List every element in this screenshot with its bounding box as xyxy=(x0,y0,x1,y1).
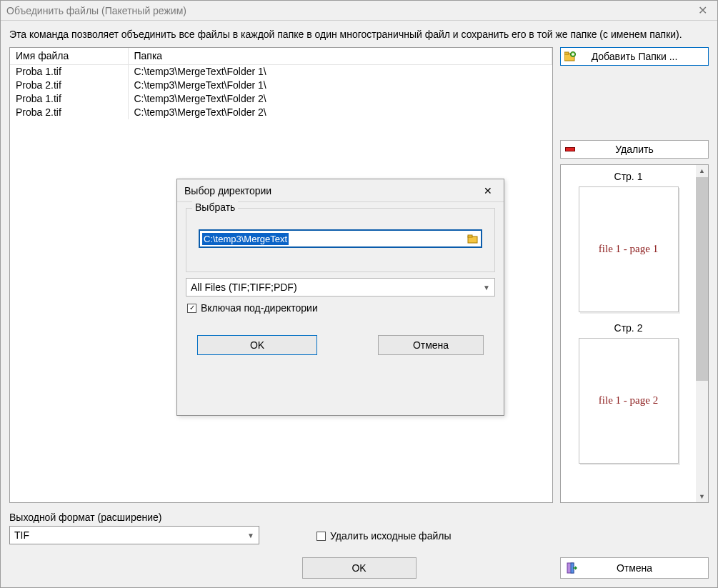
table-row[interactable]: Proba 2.tif C:\temp3\MergeText\Folder 1\ xyxy=(10,79,552,92)
cell-name: Proba 2.tif xyxy=(10,106,128,119)
main-button-row: OK Отмена xyxy=(9,557,709,579)
file-filter-value: All Files (TIF;TIFF;PDF) xyxy=(191,281,297,293)
ok-button[interactable]: OK xyxy=(302,557,417,579)
groupbox-legend: Выбрать xyxy=(192,201,238,213)
preview-item[interactable]: Стр. 1 file 1 - page 1 xyxy=(579,171,679,312)
scroll-track[interactable] xyxy=(696,177,708,490)
cancel-button[interactable]: Отмена xyxy=(560,557,709,579)
chevron-down-icon: ▼ xyxy=(699,493,705,500)
dialog-titlebar: Выбор директории ✕ xyxy=(177,179,504,202)
dialog-cancel-button[interactable]: Отмена xyxy=(378,335,484,355)
delete-button[interactable]: Удалить xyxy=(560,140,709,159)
path-input[interactable]: C:\temp3\MergeText xyxy=(199,230,482,247)
column-header-name[interactable]: Имя файла xyxy=(10,48,128,65)
cell-name: Proba 2.tif xyxy=(10,79,128,92)
close-icon: ✕ xyxy=(484,185,492,196)
scroll-up-button[interactable]: ▲ xyxy=(696,165,708,177)
svg-rect-6 xyxy=(468,235,472,237)
window-close-button[interactable]: ✕ xyxy=(687,1,717,20)
delete-label: Удалить xyxy=(565,144,704,155)
output-format-label: Выходной формат (расширение) xyxy=(9,512,259,523)
dialog-button-row: OK Отмена xyxy=(186,335,495,355)
delete-sources-label: Удалить исходные файлы xyxy=(330,530,451,542)
include-subdirs-checkbox[interactable]: ✓ Включая под-директории xyxy=(186,302,495,317)
path-value: C:\temp3\MergeText xyxy=(202,233,289,245)
scroll-down-button[interactable]: ▼ xyxy=(696,490,708,502)
add-folders-label: Добавить Папки ... xyxy=(565,51,704,62)
preview-thumbnail-text: file 1 - page 1 xyxy=(599,243,658,255)
folder-icon xyxy=(467,234,479,244)
table-row[interactable]: Proba 1.tif C:\temp3\MergeText\Folder 1\ xyxy=(10,64,552,79)
cell-folder: C:\temp3\MergeText\Folder 2\ xyxy=(128,106,552,119)
table-row[interactable]: Proba 2.tif C:\temp3\MergeText\Folder 2\ xyxy=(10,106,552,119)
scroll-thumb[interactable] xyxy=(696,177,708,381)
output-format-group: Выходной формат (расширение) TIF ▼ xyxy=(9,512,259,544)
spacer xyxy=(560,71,709,134)
preview-panel: Стр. 1 file 1 - page 1 Стр. 2 file 1 - p… xyxy=(560,164,709,503)
chevron-down-icon: ▼ xyxy=(483,284,490,291)
preview-scrollbar[interactable]: ▲ ▼ xyxy=(696,165,708,502)
select-groupbox: Выбрать C:\temp3\MergeText xyxy=(186,208,495,272)
right-column: Добавить Папки ... Удалить Стр. 1 file 1… xyxy=(560,47,709,503)
add-folders-button[interactable]: Добавить Папки ... xyxy=(560,47,709,66)
preview-item-label: Стр. 2 xyxy=(614,322,643,334)
close-icon: ✕ xyxy=(698,4,707,17)
file-filter-select[interactable]: All Files (TIF;TIFF;PDF) ▼ xyxy=(186,278,495,297)
titlebar: Объединить файлы (Пакетный режим) ✕ xyxy=(1,1,717,21)
dialog-title: Выбор директории xyxy=(184,185,271,196)
spacer xyxy=(186,322,495,329)
cell-name: Proba 1.tif xyxy=(10,92,128,106)
file-table: Имя файла Папка Proba 1.tif C:\temp3\Mer… xyxy=(10,48,552,119)
preview-thumbnail: file 1 - page 2 xyxy=(579,338,679,464)
folder-add-icon xyxy=(564,50,577,63)
exit-icon xyxy=(565,562,578,574)
cell-folder: C:\temp3\MergeText\Folder 1\ xyxy=(128,79,552,92)
directory-dialog: Выбор директории ✕ Выбрать C:\temp3\Merg… xyxy=(176,179,504,416)
output-format-value: TIF xyxy=(14,529,29,541)
preview-thumbnail: file 1 - page 1 xyxy=(579,186,679,312)
dialog-close-button[interactable]: ✕ xyxy=(478,183,498,199)
dialog-body: Выбрать C:\temp3\MergeText All Files (TI… xyxy=(177,202,504,364)
preview-list[interactable]: Стр. 1 file 1 - page 1 Стр. 2 file 1 - p… xyxy=(561,165,696,502)
preview-item[interactable]: Стр. 2 file 1 - page 2 xyxy=(579,322,679,464)
cell-folder: C:\temp3\MergeText\Folder 2\ xyxy=(128,92,552,106)
preview-item-label: Стр. 1 xyxy=(614,171,643,182)
format-row: Выходной формат (расширение) TIF ▼ Удали… xyxy=(9,512,709,544)
bottom-area: Выходной формат (расширение) TIF ▼ Удали… xyxy=(1,503,717,587)
preview-thumbnail-text: file 1 - page 2 xyxy=(599,394,658,407)
chevron-up-icon: ▲ xyxy=(699,167,705,174)
column-header-folder[interactable]: Папка xyxy=(128,48,552,65)
window-title: Объединить файлы (Пакетный режим) xyxy=(6,5,186,16)
description-text: Эта команда позволяет объединить все фай… xyxy=(1,21,717,47)
checkbox-box: ✓ xyxy=(187,304,196,313)
browse-button[interactable] xyxy=(467,233,479,244)
cell-folder: C:\temp3\MergeText\Folder 1\ xyxy=(128,64,552,79)
checkbox-box xyxy=(316,532,326,541)
svg-rect-1 xyxy=(564,52,569,54)
table-row[interactable]: Proba 1.tif C:\temp3\MergeText\Folder 2\ xyxy=(10,92,552,106)
chevron-down-icon: ▼ xyxy=(247,532,254,539)
dialog-ok-button[interactable]: OK xyxy=(197,335,317,355)
cell-name: Proba 1.tif xyxy=(10,64,128,79)
delete-icon xyxy=(564,143,577,156)
main-window: Объединить файлы (Пакетный режим) ✕ Эта … xyxy=(0,0,718,588)
delete-sources-checkbox[interactable]: Удалить исходные файлы xyxy=(316,530,451,544)
cancel-label: Отмена xyxy=(617,562,652,574)
include-subdirs-label: Включая под-директории xyxy=(201,302,318,314)
output-format-select[interactable]: TIF ▼ xyxy=(9,526,259,544)
